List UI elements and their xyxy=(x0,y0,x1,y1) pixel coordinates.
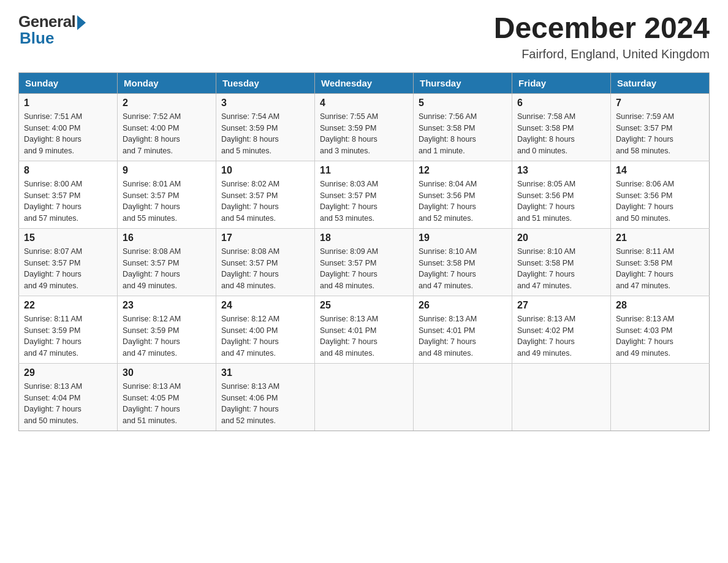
day-info: Sunrise: 8:13 AMSunset: 4:01 PMDaylight:… xyxy=(419,313,507,359)
day-number: 6 xyxy=(517,98,605,109)
day-info: Sunrise: 7:56 AMSunset: 3:58 PMDaylight:… xyxy=(419,111,507,157)
day-info: Sunrise: 8:13 AMSunset: 4:01 PMDaylight:… xyxy=(320,313,408,359)
day-number: 19 xyxy=(419,232,507,243)
day-info: Sunrise: 8:03 AMSunset: 3:57 PMDaylight:… xyxy=(320,178,408,224)
day-number: 26 xyxy=(419,300,507,311)
day-info: Sunrise: 8:07 AMSunset: 3:57 PMDaylight:… xyxy=(24,246,112,292)
calendar-cell: 8Sunrise: 8:00 AMSunset: 3:57 PMDaylight… xyxy=(19,161,118,228)
calendar-cell: 1Sunrise: 7:51 AMSunset: 4:00 PMDaylight… xyxy=(19,93,118,161)
calendar-cell: 2Sunrise: 7:52 AMSunset: 4:00 PMDaylight… xyxy=(118,93,216,161)
day-number: 12 xyxy=(419,165,507,176)
day-info: Sunrise: 8:04 AMSunset: 3:56 PMDaylight:… xyxy=(419,178,507,224)
calendar-cell: 5Sunrise: 7:56 AMSunset: 3:58 PMDaylight… xyxy=(414,93,512,161)
day-number: 8 xyxy=(24,165,112,176)
header-wednesday: Wednesday xyxy=(315,72,414,93)
day-info: Sunrise: 8:11 AMSunset: 3:59 PMDaylight:… xyxy=(24,313,112,359)
day-info: Sunrise: 8:10 AMSunset: 3:58 PMDaylight:… xyxy=(419,246,507,292)
day-number: 18 xyxy=(320,232,408,243)
day-number: 10 xyxy=(221,165,309,176)
calendar-cell: 9Sunrise: 8:01 AMSunset: 3:57 PMDaylight… xyxy=(118,161,216,228)
day-number: 5 xyxy=(419,98,507,109)
week-row-2: 15Sunrise: 8:07 AMSunset: 3:57 PMDayligh… xyxy=(19,228,710,296)
day-info: Sunrise: 8:01 AMSunset: 3:57 PMDaylight:… xyxy=(123,178,211,224)
calendar-cell: 20Sunrise: 8:10 AMSunset: 3:58 PMDayligh… xyxy=(512,228,611,296)
calendar-cell: 31Sunrise: 8:13 AMSunset: 4:06 PMDayligh… xyxy=(216,363,315,431)
day-number: 25 xyxy=(320,300,408,311)
calendar-cell: 14Sunrise: 8:06 AMSunset: 3:56 PMDayligh… xyxy=(611,161,710,228)
location-text: Fairford, England, United Kingdom xyxy=(494,47,710,61)
header-sunday: Sunday xyxy=(19,72,118,93)
calendar-cell: 3Sunrise: 7:54 AMSunset: 3:59 PMDaylight… xyxy=(216,93,315,161)
header-friday: Friday xyxy=(512,72,611,93)
day-info: Sunrise: 8:13 AMSunset: 4:06 PMDaylight:… xyxy=(221,381,309,427)
calendar-table: SundayMondayTuesdayWednesdayThursdayFrid… xyxy=(18,72,710,431)
day-number: 17 xyxy=(221,232,309,243)
day-info: Sunrise: 8:02 AMSunset: 3:57 PMDaylight:… xyxy=(221,178,309,224)
week-row-0: 1Sunrise: 7:51 AMSunset: 4:00 PMDaylight… xyxy=(19,93,710,161)
day-info: Sunrise: 8:11 AMSunset: 3:58 PMDaylight:… xyxy=(616,246,704,292)
day-number: 7 xyxy=(616,98,704,109)
calendar-cell xyxy=(414,363,512,431)
calendar-cell xyxy=(611,363,710,431)
calendar-cell: 4Sunrise: 7:55 AMSunset: 3:59 PMDaylight… xyxy=(315,93,414,161)
day-number: 11 xyxy=(320,165,408,176)
calendar-cell: 24Sunrise: 8:12 AMSunset: 4:00 PMDayligh… xyxy=(216,296,315,363)
day-number: 13 xyxy=(517,165,605,176)
day-info: Sunrise: 8:08 AMSunset: 3:57 PMDaylight:… xyxy=(221,246,309,292)
day-number: 30 xyxy=(123,367,211,378)
day-number: 4 xyxy=(320,98,408,109)
day-info: Sunrise: 7:51 AMSunset: 4:00 PMDaylight:… xyxy=(24,111,112,157)
day-info: Sunrise: 8:05 AMSunset: 3:56 PMDaylight:… xyxy=(517,178,605,224)
day-info: Sunrise: 7:54 AMSunset: 3:59 PMDaylight:… xyxy=(221,111,309,157)
header-thursday: Thursday xyxy=(414,72,512,93)
day-number: 1 xyxy=(24,98,112,109)
calendar-cell: 28Sunrise: 8:13 AMSunset: 4:03 PMDayligh… xyxy=(611,296,710,363)
day-info: Sunrise: 7:59 AMSunset: 3:57 PMDaylight:… xyxy=(616,111,704,157)
week-row-4: 29Sunrise: 8:13 AMSunset: 4:04 PMDayligh… xyxy=(19,363,710,431)
day-number: 24 xyxy=(221,300,309,311)
day-number: 16 xyxy=(123,232,211,243)
calendar-cell: 22Sunrise: 8:11 AMSunset: 3:59 PMDayligh… xyxy=(19,296,118,363)
month-title: December 2024 xyxy=(494,12,710,45)
logo-arrow-icon xyxy=(77,15,86,30)
calendar-cell: 13Sunrise: 8:05 AMSunset: 3:56 PMDayligh… xyxy=(512,161,611,228)
header-tuesday: Tuesday xyxy=(216,72,315,93)
day-info: Sunrise: 8:13 AMSunset: 4:02 PMDaylight:… xyxy=(517,313,605,359)
logo: General Blue xyxy=(18,12,86,48)
calendar-cell: 30Sunrise: 8:13 AMSunset: 4:05 PMDayligh… xyxy=(118,363,216,431)
calendar-cell: 10Sunrise: 8:02 AMSunset: 3:57 PMDayligh… xyxy=(216,161,315,228)
day-number: 21 xyxy=(616,232,704,243)
day-number: 9 xyxy=(123,165,211,176)
calendar-cell: 11Sunrise: 8:03 AMSunset: 3:57 PMDayligh… xyxy=(315,161,414,228)
day-info: Sunrise: 8:12 AMSunset: 3:59 PMDaylight:… xyxy=(123,313,211,359)
day-info: Sunrise: 8:13 AMSunset: 4:03 PMDaylight:… xyxy=(616,313,704,359)
day-info: Sunrise: 8:09 AMSunset: 3:57 PMDaylight:… xyxy=(320,246,408,292)
day-number: 2 xyxy=(123,98,211,109)
header-saturday: Saturday xyxy=(611,72,710,93)
calendar-cell: 26Sunrise: 8:13 AMSunset: 4:01 PMDayligh… xyxy=(414,296,512,363)
calendar-cell: 25Sunrise: 8:13 AMSunset: 4:01 PMDayligh… xyxy=(315,296,414,363)
day-number: 14 xyxy=(616,165,704,176)
day-number: 29 xyxy=(24,367,112,378)
day-info: Sunrise: 8:13 AMSunset: 4:04 PMDaylight:… xyxy=(24,381,112,427)
calendar-cell: 17Sunrise: 8:08 AMSunset: 3:57 PMDayligh… xyxy=(216,228,315,296)
calendar-header: SundayMondayTuesdayWednesdayThursdayFrid… xyxy=(19,72,710,93)
calendar-cell: 12Sunrise: 8:04 AMSunset: 3:56 PMDayligh… xyxy=(414,161,512,228)
day-number: 22 xyxy=(24,300,112,311)
day-number: 31 xyxy=(221,367,309,378)
calendar-cell: 16Sunrise: 8:08 AMSunset: 3:57 PMDayligh… xyxy=(118,228,216,296)
calendar-cell xyxy=(315,363,414,431)
title-block: December 2024 Fairford, England, United … xyxy=(494,12,710,61)
day-number: 28 xyxy=(616,300,704,311)
calendar-cell xyxy=(512,363,611,431)
day-number: 15 xyxy=(24,232,112,243)
day-info: Sunrise: 8:08 AMSunset: 3:57 PMDaylight:… xyxy=(123,246,211,292)
page-header: General Blue December 2024 Fairford, Eng… xyxy=(18,12,710,61)
day-number: 27 xyxy=(517,300,605,311)
calendar-cell: 29Sunrise: 8:13 AMSunset: 4:04 PMDayligh… xyxy=(19,363,118,431)
day-info: Sunrise: 7:58 AMSunset: 3:58 PMDaylight:… xyxy=(517,111,605,157)
calendar-cell: 23Sunrise: 8:12 AMSunset: 3:59 PMDayligh… xyxy=(118,296,216,363)
calendar-cell: 27Sunrise: 8:13 AMSunset: 4:02 PMDayligh… xyxy=(512,296,611,363)
day-number: 3 xyxy=(221,98,309,109)
calendar-cell: 19Sunrise: 8:10 AMSunset: 3:58 PMDayligh… xyxy=(414,228,512,296)
